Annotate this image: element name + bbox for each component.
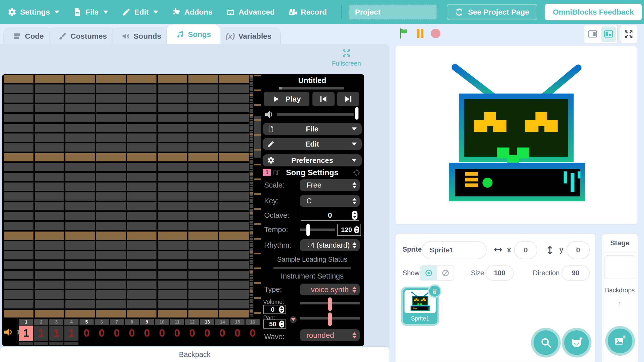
grid-row[interactable] [4, 114, 250, 122]
sprite-search-button[interactable] [534, 330, 558, 355]
settings-menu[interactable]: Settings [8, 8, 59, 17]
grid-row[interactable] [4, 84, 250, 93]
pattern-cell-4[interactable]: 1 [64, 326, 78, 341]
grid-row[interactable] [4, 94, 250, 103]
size-input[interactable]: 100 [486, 265, 514, 281]
track-badge[interactable]: 1 [263, 169, 271, 176]
advanced-menu[interactable]: Advanced [226, 8, 274, 17]
editor-fullscreen-button[interactable]: Fullscreen [328, 48, 365, 67]
stepper-icon[interactable] [354, 226, 359, 233]
add-backdrop-button[interactable] [608, 329, 632, 353]
tempo-slider[interactable] [300, 229, 335, 231]
stop-button[interactable] [429, 27, 442, 40]
wave-dropdown[interactable]: rounded [300, 329, 360, 341]
next-row-cell[interactable] [49, 342, 63, 345]
next-row-cell[interactable] [34, 342, 48, 345]
feedback-button[interactable]: OmniBlocks Feedback [545, 4, 642, 20]
grid-row[interactable] [4, 261, 250, 269]
backpack-bar[interactable]: Backpack [0, 347, 389, 362]
show-hidden-button[interactable] [437, 266, 454, 280]
grid-row[interactable] [4, 251, 250, 259]
tab-code[interactable]: Code [4, 28, 53, 44]
pause-button[interactable] [414, 27, 426, 40]
panel-preferences-menu[interactable]: Preferences [263, 154, 362, 166]
spinner-arrows-icon[interactable] [352, 198, 356, 204]
stage-selector-panel[interactable]: Stage Backdrops 1 [602, 233, 638, 362]
skip-to-start-button[interactable] [312, 92, 335, 106]
grid-row[interactable] [4, 241, 250, 250]
addons-menu[interactable]: Addons [172, 8, 213, 17]
pattern-cell-8[interactable]: 0 [125, 326, 139, 341]
grid-row[interactable] [4, 212, 250, 220]
green-flag-button[interactable] [398, 27, 410, 40]
pattern-cell-10[interactable]: 0 [155, 326, 169, 341]
grid-row[interactable] [4, 192, 250, 201]
rhythm-dropdown[interactable]: ÷4 (standard) [300, 239, 360, 251]
key-dropdown[interactable]: C [300, 195, 360, 207]
pattern-cell-13[interactable]: 0 [200, 326, 214, 341]
tempo-slider-thumb[interactable] [306, 224, 310, 236]
spinner-arrows-icon[interactable] [352, 286, 356, 293]
tab-sounds[interactable]: Sounds [112, 28, 171, 44]
track-volume[interactable]: 1 [4, 327, 20, 337]
master-volume-slider[interactable] [277, 113, 354, 116]
backdrop-thumbnail[interactable] [605, 255, 635, 279]
pattern-cell-6[interactable]: 0 [95, 326, 109, 341]
next-row-cell[interactable] [64, 342, 78, 345]
grid-row[interactable] [4, 163, 250, 171]
grid-row[interactable] [4, 173, 250, 181]
note-grid[interactable] [4, 75, 250, 318]
grid-row[interactable] [4, 153, 250, 161]
play-button[interactable]: Play [264, 92, 309, 106]
pan-slider-thumb[interactable] [328, 312, 332, 326]
see-project-page-button[interactable]: See Project Page [447, 4, 537, 20]
pan-input[interactable]: 50 [263, 320, 286, 329]
robot-sprite[interactable] [446, 63, 586, 208]
small-stage-button[interactable] [585, 26, 600, 42]
next-row-cell[interactable] [19, 342, 33, 345]
octave-scrollbar-thumb[interactable] [254, 116, 261, 158]
pan-reset-button[interactable] [290, 316, 297, 323]
stepper-icon[interactable] [352, 211, 357, 220]
grid-row[interactable] [4, 202, 250, 210]
crosshair-icon[interactable] [352, 168, 361, 177]
file-menu[interactable]: File [73, 8, 108, 17]
spinner-arrows-icon[interactable] [352, 242, 356, 248]
pattern-cell-3[interactable]: 1 [49, 326, 63, 341]
pattern-cell-11[interactable]: 0 [170, 326, 184, 341]
grid-row[interactable] [4, 290, 250, 299]
grid-row[interactable] [4, 124, 250, 132]
pattern-cell-1[interactable]: 1 [19, 326, 33, 341]
instrument-volume-input[interactable]: 0 [263, 305, 286, 314]
spinner-arrows-icon[interactable] [352, 332, 356, 338]
grid-row[interactable] [4, 143, 250, 152]
grid-row[interactable] [4, 271, 250, 279]
pattern-cell-16[interactable]: 0 [246, 326, 260, 341]
tab-songs[interactable]: Songs [167, 24, 220, 44]
octave-input[interactable]: 0 [301, 210, 359, 221]
scale-dropdown[interactable]: Free [300, 179, 360, 191]
sprite-tile[interactable]: Sprite1 [403, 288, 437, 324]
delete-sprite-button[interactable] [428, 284, 441, 298]
x-input[interactable]: 0 [514, 241, 537, 259]
grid-row[interactable] [4, 281, 250, 289]
instrument-type-dropdown[interactable]: voice synth [300, 284, 360, 295]
stepper-icon[interactable] [279, 306, 284, 313]
sprite-name-input[interactable]: Sprite1 [422, 241, 487, 259]
pattern-cell-7[interactable]: 0 [110, 326, 124, 341]
pattern-cell-15[interactable]: 0 [230, 326, 245, 341]
grid-row[interactable] [4, 300, 250, 308]
grid-row[interactable] [4, 75, 250, 83]
pattern-cell-9[interactable]: 0 [140, 326, 154, 341]
tempo-input[interactable]: 120 [337, 224, 361, 236]
grid-row[interactable] [4, 222, 250, 230]
pattern-cell-12[interactable]: 0 [185, 326, 199, 341]
edit-menu[interactable]: Edit [122, 8, 158, 17]
pattern-cell-2[interactable]: 1 [34, 326, 48, 341]
pattern-cell-5[interactable]: 0 [79, 326, 94, 341]
stage-fullscreen-button[interactable] [620, 25, 637, 44]
pattern-cell-14[interactable]: 0 [215, 326, 229, 341]
grid-row[interactable] [4, 183, 250, 191]
normal-stage-button[interactable] [601, 26, 616, 42]
project-name-input[interactable]: Project [349, 5, 437, 20]
